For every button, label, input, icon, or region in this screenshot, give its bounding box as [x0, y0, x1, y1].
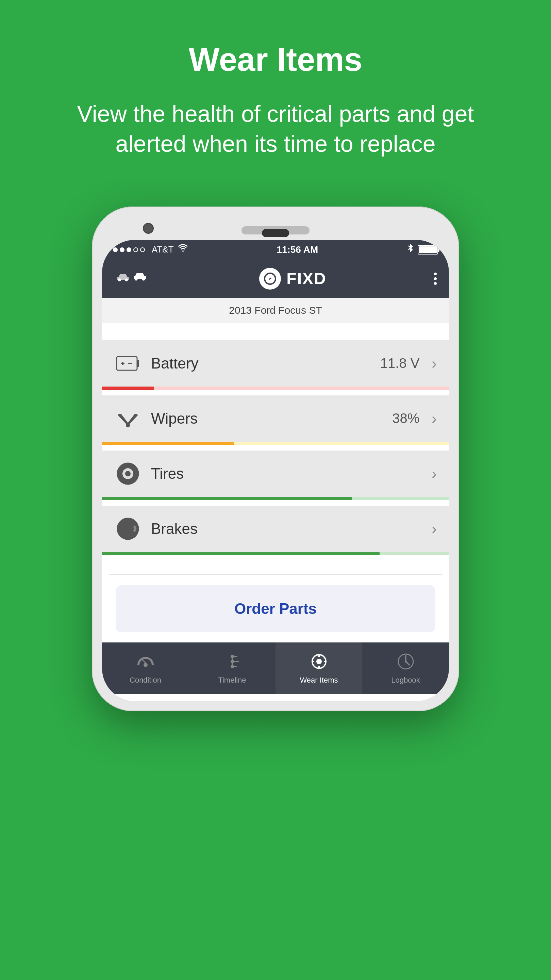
home-button-top	[262, 229, 289, 237]
svg-point-38	[405, 660, 407, 662]
tires-item[interactable]: Tires ›	[102, 450, 449, 500]
svg-point-21	[143, 663, 148, 667]
wipers-item[interactable]: Wipers 38% ›	[102, 395, 449, 445]
bluetooth-icon	[407, 244, 414, 256]
carrier-name: AT&T	[152, 244, 174, 255]
app-logo: FIXD	[259, 268, 326, 290]
nav-item-timeline[interactable]: Timeline	[189, 643, 275, 694]
condition-label: Condition	[130, 676, 161, 685]
brakes-label: Brakes	[151, 520, 410, 537]
svg-point-0	[118, 278, 121, 282]
wipers-value: 38%	[392, 411, 419, 426]
battery-item[interactable]: Battery 11.8 V ›	[102, 340, 449, 390]
svg-point-23	[230, 655, 234, 658]
tire-icon	[114, 460, 141, 487]
phone-mockup: AT&T 11:56 AM	[92, 207, 459, 711]
app-header: FIXD	[102, 259, 449, 298]
svg-point-25	[230, 665, 234, 668]
camera	[143, 223, 154, 234]
condition-icon	[135, 651, 156, 672]
battery-icon	[114, 350, 141, 377]
svg-point-3	[142, 277, 145, 280]
wipers-icon	[114, 405, 141, 432]
logbook-icon	[395, 651, 417, 672]
page-subtitle: View the health of critical parts and ge…	[54, 99, 497, 159]
svg-point-20	[124, 525, 132, 533]
wipers-label: Wipers	[151, 410, 383, 427]
brakes-chevron: ›	[432, 520, 437, 537]
brake-icon	[114, 515, 141, 542]
page-title: Wear Items	[27, 41, 524, 78]
tires-chevron: ›	[432, 465, 437, 482]
battery-value: 11.8 V	[380, 356, 420, 371]
nav-item-condition[interactable]: Condition	[102, 643, 189, 694]
svg-point-1	[125, 278, 128, 282]
status-time: 11:56 AM	[276, 244, 318, 255]
wear-items-label: Wear Items	[300, 676, 338, 685]
more-menu-icon[interactable]	[434, 272, 437, 285]
logo-text: FIXD	[286, 269, 326, 288]
timeline-icon	[221, 651, 243, 672]
wipers-chevron: ›	[432, 410, 437, 427]
svg-point-24	[230, 660, 234, 663]
svg-point-32	[316, 659, 322, 664]
phone-top-bar	[102, 217, 449, 240]
signal-indicator	[113, 247, 145, 252]
logbook-label: Logbook	[391, 676, 420, 685]
cars-icon	[114, 269, 152, 289]
brakes-item[interactable]: Brakes ›	[102, 506, 449, 555]
order-parts-section: Order Parts	[102, 575, 449, 643]
svg-line-22	[142, 659, 146, 663]
svg-rect-5	[137, 360, 139, 367]
wear-items-icon	[308, 651, 330, 672]
svg-rect-4	[117, 356, 137, 370]
page-header: Wear Items View the health of critical p…	[0, 0, 551, 179]
timeline-label: Timeline	[218, 676, 246, 685]
logo-circle	[259, 268, 281, 290]
battery-label: Battery	[151, 355, 371, 372]
battery-chevron: ›	[432, 355, 437, 372]
nav-item-logbook[interactable]: Logbook	[362, 643, 449, 694]
vehicle-name-bar: 2013 Ford Focus ST	[102, 298, 449, 323]
nav-item-wear-items[interactable]: Wear Items	[275, 643, 362, 694]
wifi-icon	[178, 244, 188, 255]
battery-indicator	[418, 245, 438, 255]
status-bar: AT&T 11:56 AM	[102, 240, 449, 259]
order-parts-button[interactable]: Order Parts	[116, 585, 435, 632]
screen-content: Battery 11.8 V ›	[102, 323, 449, 701]
svg-point-13	[125, 471, 130, 476]
bottom-nav: Condition	[102, 643, 449, 694]
svg-point-2	[135, 277, 138, 280]
tires-label: Tires	[151, 465, 410, 482]
